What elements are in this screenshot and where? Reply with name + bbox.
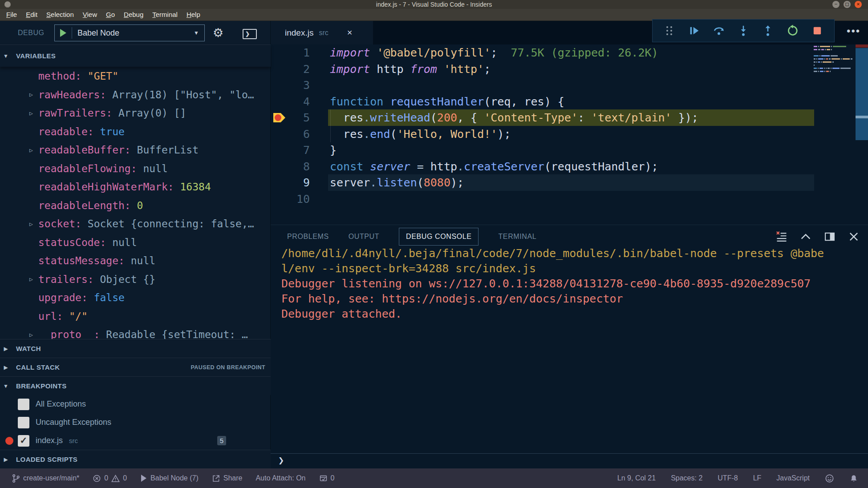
clear-console-icon[interactable] xyxy=(775,230,788,243)
chevron-collapsed-icon[interactable]: ▷ xyxy=(27,221,36,227)
step-into-button[interactable] xyxy=(736,23,751,38)
cursor-position[interactable]: Ln 9, Col 21 xyxy=(617,474,656,482)
move-panel-right-icon[interactable] xyxy=(823,230,836,243)
variable-row[interactable]: ▷readableBuffer: BufferList xyxy=(0,141,271,159)
variable-row[interactable]: readableHighWaterMark: 16384 xyxy=(0,177,271,196)
tab-index-js[interactable]: index.js src × xyxy=(271,21,373,44)
panel-tab-output[interactable]: OUTPUT xyxy=(349,228,379,245)
breakpoint-row[interactable]: All Exceptions xyxy=(0,395,271,413)
tasks-indicator[interactable]: 0 xyxy=(319,474,335,483)
section-call-stack[interactable]: ▶ CALL STACK PAUSED ON BREAKPOINT xyxy=(0,358,271,376)
section-variables[interactable]: ▼ VARIABLES xyxy=(0,44,271,67)
checkbox[interactable] xyxy=(18,417,29,428)
breakpoint-row[interactable]: Uncaught Exceptions xyxy=(0,413,271,432)
maximize-button[interactable]: ◻ xyxy=(844,1,851,8)
close-panel-icon[interactable] xyxy=(848,230,860,243)
panel-tab-problems[interactable]: PROBLEMS xyxy=(287,228,329,245)
menu-file[interactable]: File xyxy=(2,9,21,21)
debug-console-output[interactable]: /home/dli/.d4nyll/.beja/final/code/7/nod… xyxy=(281,246,833,322)
code-line[interactable]: 1import '@babel/polyfill'; 77.5K (gzippe… xyxy=(271,44,868,61)
title-bar[interactable]: index.js - 7 - Visual Studio Code - Insi… xyxy=(0,0,868,9)
code-line[interactable]: 9server.listen(8080); xyxy=(271,174,868,191)
gear-icon[interactable]: ⚙ xyxy=(213,26,223,40)
line-number[interactable]: 1 xyxy=(271,44,310,61)
chevron-collapsed-icon[interactable]: ▷ xyxy=(27,276,36,282)
restart-button[interactable] xyxy=(785,23,800,38)
variable-row[interactable]: readableLength: 0 xyxy=(0,196,271,215)
code-line[interactable]: 4function requestHandler(req, res) { xyxy=(271,93,868,110)
close-button[interactable]: × xyxy=(855,1,862,8)
variable-row[interactable]: statusCode: null xyxy=(0,233,271,252)
chevron-collapsed-icon[interactable]: ▶ xyxy=(0,364,12,371)
panel-tab-debug-console[interactable]: DEBUG CONSOLE xyxy=(399,228,479,246)
variable-row[interactable]: readable: true xyxy=(0,122,271,141)
app-menu-icon[interactable] xyxy=(4,1,11,8)
editor-more-actions-icon[interactable]: ••• xyxy=(847,25,860,37)
section-breakpoints[interactable]: ▼ BREAKPOINTS xyxy=(0,376,271,395)
debug-session-indicator[interactable]: Babel Node (7) xyxy=(140,474,199,482)
code-line[interactable]: 8const server = http.createServer(reques… xyxy=(271,158,868,175)
variable-row[interactable]: url: "/" xyxy=(0,307,271,326)
launch-config-dropdown[interactable]: Babel Node ▼ xyxy=(54,24,205,41)
menu-go[interactable]: Go xyxy=(101,9,119,21)
chevron-expanded-icon[interactable]: ▼ xyxy=(0,383,12,389)
minimize-button[interactable]: − xyxy=(832,1,840,8)
line-number[interactable]: 9 xyxy=(271,174,310,191)
line-number[interactable]: 7 xyxy=(271,142,310,158)
panel-tab-terminal[interactable]: TERMINAL xyxy=(498,228,536,245)
variable-row[interactable]: ▷socket: Socket {connecting: false,… xyxy=(0,214,271,233)
continue-button[interactable] xyxy=(687,23,702,38)
code-editor[interactable]: 1import '@babel/polyfill'; 77.5K (gzippe… xyxy=(271,44,868,225)
menu-edit[interactable]: Edit xyxy=(21,9,42,21)
line-number[interactable]: 8 xyxy=(271,158,310,175)
variable-row[interactable]: ▷rawTrailers: Array(0) [] xyxy=(0,104,271,122)
tab-close-icon[interactable]: × xyxy=(347,28,353,38)
menu-terminal[interactable]: Terminal xyxy=(148,9,182,21)
section-loaded-scripts[interactable]: ▶ LOADED SCRIPTS xyxy=(0,450,271,468)
code-line[interactable]: 6 res.end('Hello, World!'); xyxy=(271,126,868,142)
git-branch-indicator[interactable]: create-user/main* xyxy=(12,474,79,483)
chevron-collapsed-icon[interactable]: ▶ xyxy=(0,456,12,463)
step-out-button[interactable] xyxy=(760,23,775,38)
code-line[interactable]: 3 xyxy=(271,77,868,93)
share-button[interactable]: Share xyxy=(212,474,243,483)
code-line[interactable]: 5 res.writeHead(200, { 'Content-Type': '… xyxy=(271,109,868,126)
chevron-collapsed-icon[interactable]: ▷ xyxy=(27,147,36,153)
checkbox[interactable] xyxy=(18,399,29,410)
indentation-setting[interactable]: Spaces: 2 xyxy=(671,474,702,482)
problems-indicator[interactable]: 0 0 xyxy=(93,474,127,483)
toolbar-drag-handle[interactable] xyxy=(662,23,677,38)
line-number[interactable]: 10 xyxy=(271,191,310,207)
overview-ruler[interactable] xyxy=(856,44,868,225)
debug-console-icon[interactable]: ❯ xyxy=(243,29,257,39)
debug-console-input[interactable]: ❯ xyxy=(271,453,868,468)
language-mode[interactable]: JavaScript xyxy=(776,474,810,482)
variable-row[interactable]: readableFlowing: null xyxy=(0,159,271,178)
notifications-bell-icon[interactable] xyxy=(849,474,858,483)
menu-help[interactable]: Help xyxy=(182,9,205,21)
chevron-expanded-icon[interactable]: ▼ xyxy=(0,53,12,59)
code-line[interactable]: 2import http from 'http'; xyxy=(271,61,868,77)
menu-selection[interactable]: Selection xyxy=(42,9,78,21)
eol-setting[interactable]: LF xyxy=(753,474,762,482)
stop-button[interactable] xyxy=(810,23,825,38)
start-debug-icon[interactable] xyxy=(60,29,66,37)
encoding-setting[interactable]: UTF-8 xyxy=(718,474,738,482)
line-number[interactable]: 4 xyxy=(271,93,310,110)
menu-debug[interactable]: Debug xyxy=(119,9,148,21)
line-number[interactable]: 6 xyxy=(271,126,310,142)
chevron-collapsed-icon[interactable]: ▷ xyxy=(27,110,36,117)
menu-view[interactable]: View xyxy=(78,9,101,21)
code-line[interactable]: 10 xyxy=(271,191,868,207)
checkbox[interactable]: ✓ xyxy=(18,435,29,447)
chevron-collapsed-icon[interactable]: ▶ xyxy=(0,346,12,352)
line-number[interactable]: 3 xyxy=(271,77,310,93)
minimap[interactable] xyxy=(814,46,856,77)
variable-row[interactable]: ▷trailers: Object {} xyxy=(0,270,271,289)
variable-row[interactable]: ▷__proto__: Readable {setTimeout: … xyxy=(0,325,271,339)
breakpoint-row[interactable]: ✓index.jssrc5 xyxy=(0,432,271,450)
feedback-smiley-icon[interactable] xyxy=(825,474,834,483)
chevron-collapsed-icon[interactable]: ▷ xyxy=(27,91,36,98)
auto-attach-toggle[interactable]: Auto Attach: On xyxy=(256,474,305,482)
line-number[interactable]: 2 xyxy=(271,61,310,77)
